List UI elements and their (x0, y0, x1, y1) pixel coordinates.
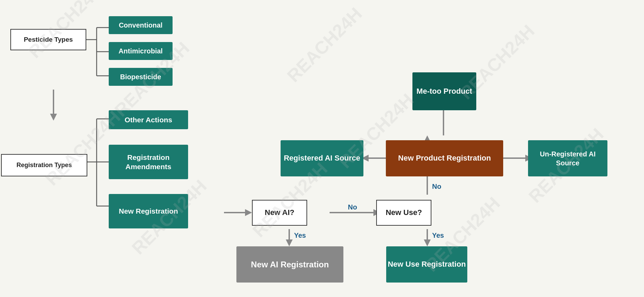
registration-types-box: Registration Types (1, 154, 87, 176)
diagram: REACH24H REACH24H REACH24H REACH24H REAC… (0, 0, 644, 297)
svg-marker-18 (286, 239, 293, 246)
conventional-box: Conventional (109, 16, 173, 34)
new-use-registration-box: New Use Registration (386, 246, 467, 283)
no-label-use: No (432, 183, 441, 191)
new-use-question-box: New Use? (376, 200, 431, 226)
biopesticide-box: Biopesticide (109, 68, 173, 86)
new-registration-box: New Registration (109, 194, 188, 228)
new-ai-question-box: New AI? (252, 200, 307, 226)
pesticide-types-box: Pesticide Types (10, 29, 86, 50)
svg-marker-6 (50, 114, 57, 121)
yes-label-ai: Yes (294, 232, 306, 239)
registration-amendments-box: Registration Amendments (109, 145, 188, 179)
svg-marker-15 (245, 209, 252, 216)
registered-ai-source-box: Registered AI Source (281, 140, 363, 176)
metoo-product-box: Me-too Product (412, 72, 476, 110)
new-product-registration-box: New Product Registration (386, 140, 503, 176)
other-actions-box: Other Actions (109, 110, 188, 129)
unregistered-ai-source-box: Un-Registered AI Source (528, 140, 607, 176)
no-label-ai: No (348, 203, 357, 211)
yes-label-use: Yes (432, 232, 444, 239)
new-ai-registration-box: New AI Registration (236, 246, 343, 283)
antimicrobial-box: Antimicrobial (109, 42, 173, 60)
svg-marker-22 (424, 239, 431, 246)
